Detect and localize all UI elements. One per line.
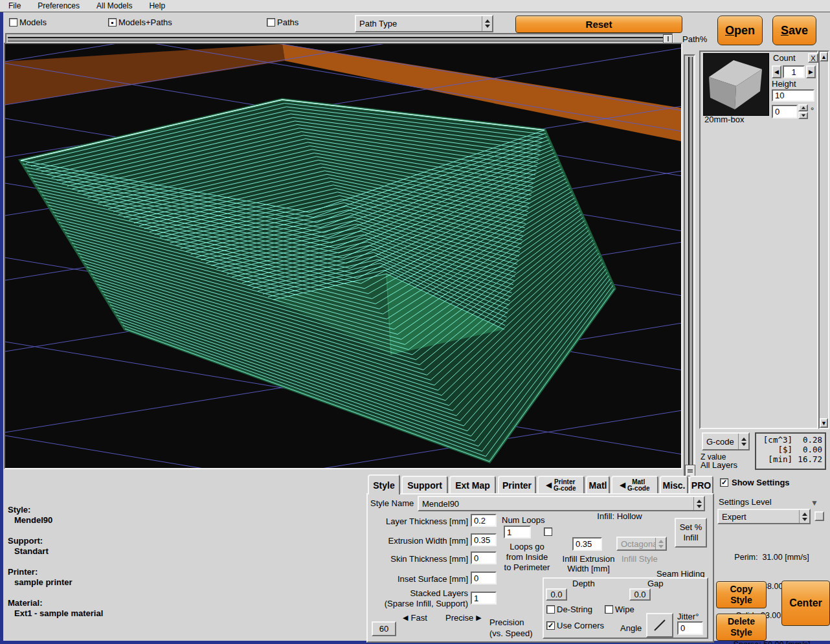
wipe-checkbox-box[interactable] [605,605,613,614]
count-increment-button[interactable]: ▶ [806,65,816,78]
rotation-spinner[interactable] [798,104,808,119]
tab-style[interactable]: Style [368,474,400,494]
path-percent-handle[interactable] [663,34,673,43]
style-name-value: Mendel90 [419,499,693,509]
destring-checkbox[interactable]: De-String [546,605,592,614]
precision-value-box[interactable]: 60 [372,621,396,636]
seam-gap-value-box[interactable]: 0.0 [629,588,651,601]
stacked-layers-field[interactable]: 1 [471,592,497,605]
spinner-down-icon[interactable] [798,112,808,119]
model-name: 20mm-box [704,115,744,124]
copy-style-button[interactable]: Copy Style [716,581,767,608]
center-button[interactable]: Center [781,581,830,626]
gcode-spinner-icon[interactable] [738,434,748,449]
inset-surface-value: 0 [474,573,478,583]
spinner-up-icon[interactable] [798,104,808,111]
infill-extrusion-width-field[interactable]: 0.35 [572,537,602,551]
model-thumbnail-box [704,54,767,114]
delete-style-button[interactable]: Delete Style [716,614,767,641]
show-settings-label: Show Settings [732,478,790,487]
scrollbar-down-icon[interactable]: ▼ [820,418,828,428]
count-decrement-button[interactable]: ◀ [772,65,781,78]
tab-support[interactable]: Support [401,476,448,493]
style-name-combo[interactable]: Mendel90 [418,496,705,511]
precision-precise-label-group: Precise ▶ [445,613,482,623]
reset-button[interactable]: Reset [515,16,682,33]
save-button[interactable]: Save [772,16,816,45]
path-type-combo[interactable]: Path Type [355,15,493,32]
model-list-scrollbar[interactable]: ▲ ▼ [818,50,829,429]
show-settings-checkbox[interactable]: ✓ Show Settings [720,478,790,487]
tab-misc[interactable]: Misc. [660,476,688,493]
use-corners-checkbox-box[interactable]: ✓ [546,621,555,630]
tab-matl[interactable]: Matl [586,476,610,493]
caret-down-icon[interactable]: ▼ [811,498,818,507]
tab-matl-gcode[interactable]: ◀ MatlG-code [611,476,658,493]
spinner-icon[interactable] [482,16,492,31]
triangle-right-icon: ▶ [476,614,481,622]
z-slider-groove [688,57,693,475]
set-infill-line2: Infill [683,533,698,543]
num-loops-field[interactable]: 1 [504,526,531,539]
settings-level-combo[interactable]: Expert [717,509,811,524]
menu-all-models[interactable]: All Models [96,1,132,10]
jitter-field[interactable]: 0 [677,621,703,635]
num-loops-label: Num Loops [502,515,544,525]
precision-label-line1: Precision [489,617,532,628]
menu-help[interactable]: Help [149,1,165,10]
radio-models-paths[interactable]: ■ Models+Paths [108,17,172,27]
inset-surface-label: Inset Surface [mm] [376,574,468,584]
radio-paths-box[interactable] [267,18,275,27]
radio-models-box[interactable] [9,18,17,27]
use-corners-checkbox[interactable]: ✓ Use Corners [546,621,604,630]
tab-printer-gcode[interactable]: ◀ PrinterG-code [537,476,585,493]
gcode-combo[interactable]: G-code [702,432,750,450]
count-field[interactable]: 1 [783,65,805,78]
model-close-button[interactable]: X [808,53,818,63]
radio-paths[interactable]: Paths [267,17,298,27]
set-percent-infill-button[interactable]: Set % Infill [675,518,707,548]
3d-viewport[interactable] [5,44,681,468]
radio-models[interactable]: Models [9,17,47,27]
inset-surface-field[interactable]: 0 [471,572,497,584]
menu-preferences[interactable]: Preferences [38,1,80,10]
rotation-field[interactable]: 0 [772,105,798,118]
scrollbar-up-icon[interactable]: ▲ [820,52,828,61]
status-style-value: Mendel90 [8,515,103,526]
extrusion-width-field[interactable]: 0.35 [471,533,497,546]
z-slider-handle[interactable] [685,465,695,476]
loops-note-line1: Loops go [495,542,559,552]
style-name-spinner-icon[interactable] [693,497,704,510]
skin-thickness-field[interactable]: 0 [471,551,497,564]
triangle-left-icon: ◀ [403,614,408,622]
status-material-label: Material: [8,598,103,608]
num-loops-checkbox[interactable] [544,527,552,536]
tab-printer[interactable]: Printer [498,476,536,493]
menu-file[interactable]: File [8,1,21,10]
precision-fast-label-group: ◀ Fast [403,613,427,623]
precision-label-line2: (vs. Speed) [489,628,532,639]
model-thumbnail[interactable] [703,53,769,116]
infill-width-label-line1: Infill Extrusion [557,554,620,564]
radio-models-paths-box[interactable]: ■ [108,18,117,27]
settings-level-lock-box[interactable] [814,511,824,521]
radio-paths-label: Paths [277,17,298,27]
tab-style-label: Style [373,480,394,491]
rotation-value: 0 [775,107,780,117]
seam-angle-button[interactable] [646,613,673,638]
destring-checkbox-box[interactable] [546,605,555,614]
z-value-slider[interactable] [684,54,695,478]
path-percent-slider[interactable] [5,33,673,43]
radio-dot-icon: ■ [111,21,114,25]
use-corners-label: Use Corners [557,621,604,630]
show-settings-checkbox-box[interactable]: ✓ [720,478,728,487]
infill-style-spinner-icon [655,538,666,550]
height-field[interactable]: 10 [772,89,814,102]
layer-thickness-field[interactable]: 0.2 [471,514,497,527]
tab-pro[interactable]: PRO [689,476,713,493]
wipe-checkbox[interactable]: Wipe [605,605,634,614]
open-button[interactable]: Open [717,16,763,45]
tab-ext-map[interactable]: Ext Map [449,476,496,493]
settings-level-spinner-icon[interactable] [799,510,809,523]
seam-depth-value-box[interactable]: 0.0 [546,588,567,601]
